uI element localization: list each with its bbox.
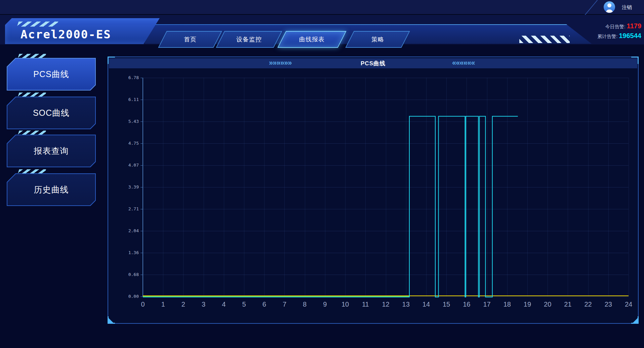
- x-axis-label: 19: [520, 301, 535, 308]
- nav-tab-4[interactable]: 策略: [345, 31, 410, 48]
- sidebar-item-label: SOC曲线: [33, 107, 70, 118]
- today-alarm-value: 1179: [627, 22, 641, 30]
- nav-tab-label: 首页: [184, 35, 197, 43]
- y-axis-label: 4.07: [115, 163, 139, 168]
- y-axis-label: 4.75: [115, 141, 139, 146]
- stripes-decoration-icon: [17, 22, 58, 27]
- y-axis-label: 5.43: [115, 119, 139, 124]
- nav-tab-1[interactable]: 首页: [158, 31, 222, 48]
- total-alarm-value: 196544: [619, 32, 641, 40]
- y-axis-label: 2.04: [115, 228, 139, 233]
- panel-corner-triangle-icon: [633, 318, 638, 323]
- x-axis-label: 23: [601, 301, 616, 308]
- x-axis-label: 7: [277, 301, 292, 308]
- x-axis-label: 11: [358, 301, 373, 308]
- app-logo: Acrel2000-ES: [21, 28, 111, 41]
- series-plot: [143, 78, 629, 297]
- sidebar-item-label: PCS曲线: [33, 69, 69, 80]
- panel-title-bar: »»»»»» PCS曲线 ««««««: [109, 58, 637, 68]
- x-axis-label: 10: [338, 301, 353, 308]
- sidebar-item-face: 报表查询: [7, 135, 95, 167]
- x-axis-label: 9: [318, 301, 332, 308]
- nav-tab-label: 曲线报表: [299, 35, 325, 43]
- y-axis-label: 1.36: [115, 250, 139, 255]
- sidebar-item-1[interactable]: PCS曲线: [7, 58, 96, 91]
- top-bar: 注销: [0, 0, 644, 15]
- x-axis-label: 3: [196, 301, 211, 308]
- y-axis-label: 2.71: [115, 206, 139, 211]
- header: Acrel2000-ES 首页设备监控曲线报表策略 今日告警: 1179 累计告…: [0, 15, 644, 44]
- x-axis-label: 24: [621, 301, 636, 308]
- today-alarm-label: 今日告警:: [605, 24, 626, 30]
- x-axis-label: 5: [237, 301, 251, 308]
- x-axis-label: 1: [156, 301, 170, 308]
- gridline: [629, 78, 629, 297]
- series-pcs-power-cyan: [143, 116, 518, 297]
- app-root: { "topbar": { "logout_label": "注销" }, "h…: [0, 0, 644, 348]
- y-axis-label: 3.39: [115, 184, 139, 189]
- sidebar-item-3[interactable]: 报表查询: [7, 135, 96, 167]
- nav-tab-3[interactable]: 曲线报表: [277, 31, 346, 48]
- stripes-decoration-icon: [18, 131, 46, 135]
- total-alarm-row: 累计告警: 196544: [597, 32, 641, 40]
- chevrons-left-icon: ««««««: [452, 58, 475, 68]
- today-alarm-row: 今日告警: 1179: [605, 22, 641, 30]
- x-axis-label: 13: [399, 301, 413, 308]
- y-axis-label: 0.68: [115, 272, 139, 277]
- alarm-summary: 今日告警: 1179 累计告警: 196544: [584, 22, 641, 40]
- y-axis-label: 0.00: [115, 294, 139, 299]
- panel-title: PCS曲线: [361, 60, 386, 67]
- y-axis-label: 6.78: [115, 75, 139, 80]
- sidebar-item-label: 报表查询: [34, 145, 69, 156]
- nav-tab-label: 设备监控: [236, 35, 262, 43]
- pcs-curve-panel: »»»»»» PCS曲线 «««««« 0.000.681.362.042.71…: [108, 57, 639, 324]
- total-alarm-label: 累计告警:: [597, 34, 617, 40]
- x-axis-label: 8: [297, 301, 312, 308]
- avatar-head-shape: [607, 3, 611, 7]
- x-axis-label: 16: [459, 301, 474, 308]
- x-axis-label: 6: [257, 301, 272, 308]
- y-axis-label: 6.11: [115, 97, 139, 102]
- stripes-decoration-icon: [18, 169, 46, 174]
- x-axis-label: 2: [176, 301, 191, 308]
- sidebar-item-face: SOC曲线: [7, 97, 95, 129]
- x-axis-label: 22: [581, 301, 596, 308]
- logout-button[interactable]: 注销: [622, 4, 632, 11]
- x-axis-label: 15: [439, 301, 454, 308]
- x-axis-label: 17: [480, 301, 494, 308]
- x-axis-label: 12: [378, 301, 393, 308]
- x-axis-label: 14: [419, 301, 434, 308]
- stripes-decoration-icon: [18, 93, 46, 97]
- x-axis-label: 4: [216, 301, 231, 308]
- sidebar-item-4[interactable]: 历史曲线: [7, 173, 96, 206]
- x-axis-label: 18: [500, 301, 515, 308]
- nav-tab-label: 策略: [371, 35, 384, 43]
- x-axis-label: 20: [540, 301, 555, 308]
- avatar-body-shape: [606, 9, 613, 13]
- logo-plate: Acrel2000-ES: [5, 18, 160, 44]
- sidebar-item-face: 历史曲线: [7, 174, 95, 205]
- sidebar-item-2[interactable]: SOC曲线: [7, 97, 96, 129]
- y-tick: [140, 297, 143, 297]
- x-axis-label: 21: [560, 301, 575, 308]
- sidebar-item-face: PCS曲线: [7, 59, 95, 90]
- stripes-left-decoration-icon: [519, 36, 570, 43]
- user-avatar-icon[interactable]: [604, 1, 615, 13]
- nav-tab-2[interactable]: 设备监控: [216, 31, 282, 48]
- x-axis-label: 0: [135, 301, 150, 308]
- chevrons-right-icon: »»»»»»: [269, 58, 291, 68]
- stripes-decoration-icon: [18, 54, 46, 58]
- panel-corner-triangle-icon: [108, 318, 114, 323]
- sidebar-item-label: 历史曲线: [34, 184, 69, 195]
